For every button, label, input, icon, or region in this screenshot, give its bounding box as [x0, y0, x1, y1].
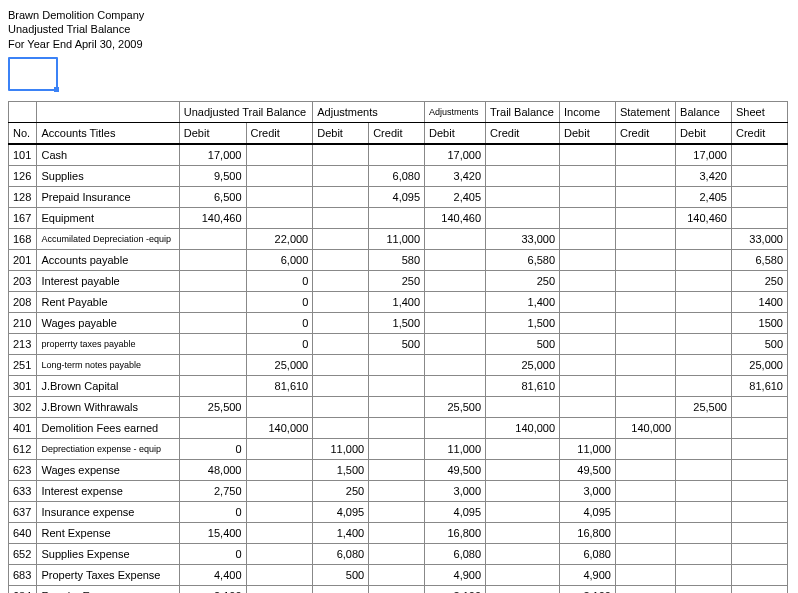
- account-no: 401: [9, 417, 37, 438]
- cell-adj_d: [313, 207, 369, 228]
- cell-atb_d: 49,500: [425, 459, 486, 480]
- cell-is_d: [560, 207, 616, 228]
- cell-atb_d: 3,000: [425, 480, 486, 501]
- cell-atb_c: [486, 522, 560, 543]
- cell-utb_c: [246, 207, 313, 228]
- col-acct: Accounts Titles: [37, 122, 179, 144]
- cell-utb_c: 0: [246, 270, 313, 291]
- group-balance-a: Balance: [676, 101, 732, 122]
- cell-utb_c: 6,000: [246, 249, 313, 270]
- group-adjusted-a: Adjustments: [425, 101, 486, 122]
- account-no: 612: [9, 438, 37, 459]
- cell-is_c: [615, 480, 675, 501]
- cell-atb_c: [486, 396, 560, 417]
- table-row: 201Accounts payable6,0005806,5806,580: [9, 249, 788, 270]
- cell-is_d: 49,500: [560, 459, 616, 480]
- cell-utb_c: [246, 186, 313, 207]
- cell-utb_c: [246, 585, 313, 593]
- cell-is_d: [560, 228, 616, 249]
- col-utb-c: Credit: [246, 122, 313, 144]
- cell-utb_d: 0: [179, 501, 246, 522]
- cell-atb_d: [425, 312, 486, 333]
- col-bs-d: Debit: [676, 122, 732, 144]
- cell-bs_c: [731, 165, 787, 186]
- table-row: 203Interest payable0250250250: [9, 270, 788, 291]
- cell-bs_d: [676, 543, 732, 564]
- cell-bs_d: [676, 459, 732, 480]
- cell-atb_d: [425, 333, 486, 354]
- table-row: 612Deprectiation expense - equip011,0001…: [9, 438, 788, 459]
- cell-is_c: [615, 291, 675, 312]
- account-no: 128: [9, 186, 37, 207]
- cell-bs_c: 1400: [731, 291, 787, 312]
- cell-bs_d: [676, 375, 732, 396]
- table-row: 167Equipment140,460140,460140,460: [9, 207, 788, 228]
- cell-is_c: [615, 459, 675, 480]
- cell-atb_c: [486, 207, 560, 228]
- table-row: 128Prepaid Insurance6,5004,0952,4052,405: [9, 186, 788, 207]
- cell-adj_c: [369, 375, 425, 396]
- cell-bs_d: [676, 438, 732, 459]
- cell-bs_c: [731, 564, 787, 585]
- active-cell-selection[interactable]: [8, 57, 58, 91]
- cell-atb_d: [425, 354, 486, 375]
- cell-atb_c: [486, 543, 560, 564]
- cell-utb_c: [246, 522, 313, 543]
- cell-atb_d: 4,900: [425, 564, 486, 585]
- cell-utb_d: [179, 270, 246, 291]
- account-title: J.Brown Capital: [37, 375, 179, 396]
- cell-is_d: 11,000: [560, 438, 616, 459]
- cell-utb_d: [179, 417, 246, 438]
- cell-is_c: [615, 312, 675, 333]
- cell-adj_d: 1,500: [313, 459, 369, 480]
- cell-bs_c: [731, 501, 787, 522]
- cell-adj_d: 4,095: [313, 501, 369, 522]
- cell-is_c: 140,000: [615, 417, 675, 438]
- cell-bs_c: 81,610: [731, 375, 787, 396]
- cell-utb_c: [246, 480, 313, 501]
- cell-is_d: [560, 417, 616, 438]
- account-title: Wages payable: [37, 312, 179, 333]
- account-no: 652: [9, 543, 37, 564]
- cell-adj_c: 580: [369, 249, 425, 270]
- account-title: Interest expense: [37, 480, 179, 501]
- cell-adj_c: 1,400: [369, 291, 425, 312]
- cell-adj_c: 6,080: [369, 165, 425, 186]
- table-row: 640Rent Expense15,4001,40016,80016,800: [9, 522, 788, 543]
- cell-atb_d: [425, 417, 486, 438]
- cell-utb_c: 0: [246, 312, 313, 333]
- cell-is_d: [560, 312, 616, 333]
- cell-is_d: [560, 144, 616, 166]
- report-period: For Year End April 30, 2009: [8, 37, 790, 51]
- cell-utb_d: 2,100: [179, 585, 246, 593]
- cell-is_c: [615, 438, 675, 459]
- cell-bs_c: [731, 459, 787, 480]
- table-row: 301J.Brown Capital81,61081,61081,610: [9, 375, 788, 396]
- table-row: 251Long-term notes payable25,00025,00025…: [9, 354, 788, 375]
- cell-is_d: [560, 186, 616, 207]
- table-row: 637Insurance expense04,0954,0954,095: [9, 501, 788, 522]
- cell-utb_d: 140,460: [179, 207, 246, 228]
- cell-adj_c: [369, 207, 425, 228]
- cell-utb_c: 0: [246, 333, 313, 354]
- cell-is_d: 4,900: [560, 564, 616, 585]
- cell-utb_d: 6,500: [179, 186, 246, 207]
- cell-utb_d: [179, 249, 246, 270]
- cell-adj_d: 6,080: [313, 543, 369, 564]
- cell-adj_d: [313, 270, 369, 291]
- cell-adj_c: [369, 438, 425, 459]
- cell-is_d: [560, 291, 616, 312]
- account-no: 640: [9, 522, 37, 543]
- cell-is_c: [615, 564, 675, 585]
- cell-utb_c: 25,000: [246, 354, 313, 375]
- cell-adj_c: [369, 144, 425, 166]
- account-title: properrty taxes payable: [37, 333, 179, 354]
- table-row: 302J.Brown Withrawals25,50025,50025,500: [9, 396, 788, 417]
- cell-atb_c: [486, 438, 560, 459]
- cell-adj_c: [369, 354, 425, 375]
- cell-atb_c: 6,580: [486, 249, 560, 270]
- col-atb-c: Credit: [486, 122, 560, 144]
- cell-adj_c: 4,095: [369, 186, 425, 207]
- cell-bs_c: 250: [731, 270, 787, 291]
- cell-adj_c: [369, 501, 425, 522]
